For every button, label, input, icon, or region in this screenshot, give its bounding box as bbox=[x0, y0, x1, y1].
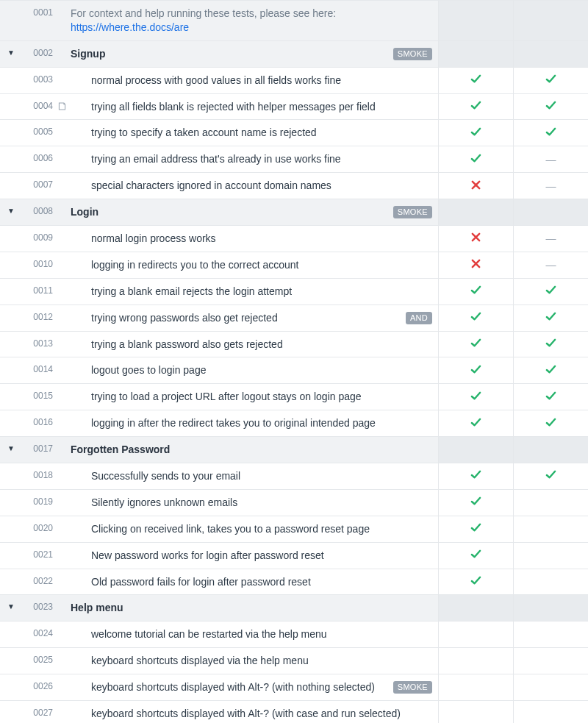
status-cell-b[interactable] bbox=[513, 701, 588, 723]
test-row[interactable]: 0015trying to load a project URL after l… bbox=[0, 384, 588, 410]
test-row[interactable]: 0024welcome tutorial can be restarted vi… bbox=[0, 622, 588, 648]
note-icon[interactable] bbox=[57, 101, 67, 113]
status-cell-a[interactable] bbox=[438, 279, 513, 304]
collapse-toggle[interactable]: ▼ bbox=[0, 595, 22, 621]
status-col-a[interactable] bbox=[438, 595, 513, 621]
status-cell-b[interactable] bbox=[513, 94, 588, 120]
status-cell-b[interactable]: — bbox=[513, 173, 588, 199]
row-id: 0008 bbox=[22, 199, 57, 225]
status-cell-b[interactable] bbox=[513, 648, 588, 674]
status-cell-a[interactable] bbox=[438, 674, 513, 700]
test-row[interactable]: 0007special characters ignored in accoun… bbox=[0, 173, 588, 199]
test-row[interactable]: 0003normal process with good values in a… bbox=[0, 68, 588, 94]
status-cell-a[interactable] bbox=[438, 516, 513, 542]
status-cell-b[interactable] bbox=[513, 68, 588, 93]
status-cell-a[interactable] bbox=[438, 305, 513, 331]
status-cell-b[interactable] bbox=[513, 543, 588, 569]
status-col-a[interactable] bbox=[438, 199, 513, 225]
status-cell-b[interactable] bbox=[513, 120, 588, 146]
status-col-a[interactable] bbox=[438, 437, 513, 463]
status-cell-a[interactable] bbox=[438, 120, 513, 146]
status-cell-a[interactable] bbox=[438, 68, 513, 93]
status-cell-b[interactable] bbox=[513, 279, 588, 304]
collapse-toggle[interactable]: ▼ bbox=[0, 199, 22, 225]
smoke-badge: SMOKE bbox=[393, 206, 432, 218]
triangle-down-icon: ▼ bbox=[7, 602, 15, 610]
row-id: 0017 bbox=[22, 437, 57, 463]
group-header[interactable]: ▼0023Help menu bbox=[0, 595, 588, 622]
status-cell-a[interactable] bbox=[438, 332, 513, 357]
test-description: trying a blank password also gets reject… bbox=[91, 338, 432, 352]
status-cell-a[interactable] bbox=[438, 146, 513, 172]
status-cell-b[interactable] bbox=[513, 490, 588, 516]
status-cell-a[interactable] bbox=[438, 410, 513, 436]
status-cell-a[interactable] bbox=[438, 622, 513, 647]
status-cell-b[interactable] bbox=[513, 305, 588, 331]
test-row[interactable]: 0020Clicking on received link, takes you… bbox=[0, 516, 588, 543]
status-cell-a[interactable] bbox=[438, 463, 513, 489]
status-cell-b[interactable] bbox=[513, 516, 588, 542]
test-row[interactable]: 0012trying wrong passwords also get reje… bbox=[0, 305, 588, 332]
status-cell-b[interactable] bbox=[513, 674, 588, 700]
test-row[interactable]: 0019Silently ignores unknown emails bbox=[0, 490, 588, 516]
status-cell-a[interactable] bbox=[438, 648, 513, 674]
group-header[interactable]: ▼0017Forgotten Password bbox=[0, 437, 588, 463]
pass-icon bbox=[470, 575, 481, 588]
status-cell-b[interactable]: — bbox=[513, 252, 588, 278]
status-col-b[interactable] bbox=[513, 41, 588, 67]
status-cell-a[interactable] bbox=[438, 543, 513, 569]
test-row[interactable]: 0010logging in redirects you to the corr… bbox=[0, 252, 588, 279]
test-row[interactable]: 0013trying a blank password also gets re… bbox=[0, 332, 588, 358]
test-row[interactable]: 0014logout goes to login page bbox=[0, 357, 588, 384]
status-cell-b[interactable] bbox=[513, 622, 588, 647]
pass-icon bbox=[545, 100, 556, 113]
test-row[interactable]: 0005trying to specify a taken account na… bbox=[0, 120, 588, 146]
status-col-a[interactable] bbox=[438, 41, 513, 67]
test-row[interactable]: 0004trying all fields blank is rejected … bbox=[0, 94, 588, 121]
docs-link[interactable]: https://where.the.docs/are bbox=[71, 21, 189, 33]
pass-icon bbox=[545, 74, 556, 87]
test-row[interactable]: 0025keyboard shortcuts displayed via the… bbox=[0, 648, 588, 674]
status-cell-b[interactable] bbox=[513, 463, 588, 489]
test-row[interactable]: 0018Successfully sends to your email bbox=[0, 463, 588, 490]
pass-icon bbox=[470, 153, 481, 166]
status-cell-a[interactable] bbox=[438, 252, 513, 278]
test-row[interactable]: 0021New password works for login after p… bbox=[0, 543, 588, 569]
test-row[interactable]: 0016logging in after the redirect takes … bbox=[0, 410, 588, 437]
collapse-toggle[interactable]: ▼ bbox=[0, 41, 22, 67]
status-cell-b[interactable]: — bbox=[513, 146, 588, 172]
test-description: keyboard shortcuts displayed via the hel… bbox=[91, 654, 432, 668]
status-cell-a[interactable] bbox=[438, 357, 513, 383]
group-header[interactable]: ▼0008LoginSMOKE bbox=[0, 199, 588, 226]
test-row[interactable]: 0011trying a blank email rejects the log… bbox=[0, 279, 588, 305]
test-row[interactable]: 0026keyboard shortcuts displayed with Al… bbox=[0, 674, 588, 701]
status-cell-a[interactable] bbox=[438, 226, 513, 252]
status-cell-a[interactable] bbox=[438, 701, 513, 723]
status-col-a[interactable] bbox=[438, 1, 513, 40]
group-header[interactable]: ▼0002SignupSMOKE bbox=[0, 41, 588, 68]
status-col-b[interactable] bbox=[513, 1, 588, 40]
status-cell-a[interactable] bbox=[438, 490, 513, 516]
row-id: 0025 bbox=[22, 648, 57, 674]
test-row[interactable]: 0022Old password fails for login after p… bbox=[0, 569, 588, 596]
status-cell-a[interactable] bbox=[438, 569, 513, 595]
status-cell-a[interactable] bbox=[438, 94, 513, 120]
test-row[interactable]: 0009normal login process works— bbox=[0, 226, 588, 252]
test-description: welcome tutorial can be restarted via th… bbox=[91, 627, 432, 641]
row-id: 0003 bbox=[22, 68, 57, 93]
status-cell-a[interactable] bbox=[438, 384, 513, 410]
status-cell-b[interactable] bbox=[513, 410, 588, 436]
status-cell-b[interactable] bbox=[513, 332, 588, 357]
status-cell-a[interactable] bbox=[438, 173, 513, 199]
collapse-toggle[interactable]: ▼ bbox=[0, 437, 22, 463]
status-cell-b[interactable]: — bbox=[513, 226, 588, 252]
status-col-b[interactable] bbox=[513, 437, 588, 463]
test-row[interactable]: 0027keyboard shortcuts displayed with Al… bbox=[0, 701, 588, 723]
status-cell-b[interactable] bbox=[513, 569, 588, 595]
pass-icon bbox=[545, 127, 556, 140]
status-col-b[interactable] bbox=[513, 199, 588, 225]
status-col-b[interactable] bbox=[513, 595, 588, 621]
status-cell-b[interactable] bbox=[513, 384, 588, 410]
test-row[interactable]: 0006trying an email address that's alrea… bbox=[0, 146, 588, 173]
status-cell-b[interactable] bbox=[513, 357, 588, 383]
